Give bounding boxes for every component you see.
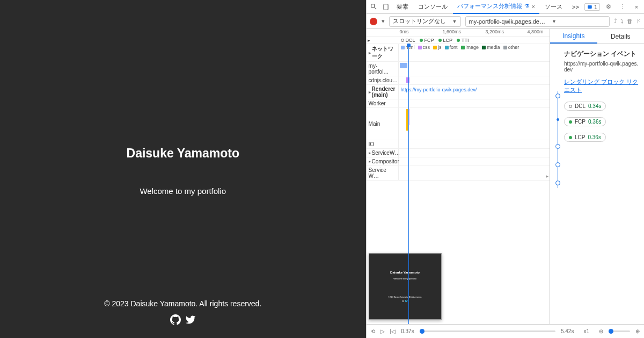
tab-details[interactable]: Details xyxy=(597,29,645,44)
tab-insights[interactable]: Insights xyxy=(550,29,597,44)
tab-elements[interactable]: 要素 xyxy=(392,0,413,14)
perf-toolbar: ▾ スロットリングなし ▼ my-portfolio-qwik.pages.de… xyxy=(367,14,644,29)
network-item[interactable]: my-portfol… xyxy=(367,62,399,76)
pill-time: 0.36s xyxy=(588,134,601,140)
close-icon[interactable]: × xyxy=(532,3,535,10)
zoom-level: x1 xyxy=(583,328,589,334)
fcp-dot-icon xyxy=(420,39,423,42)
timeline-circle-icon xyxy=(555,94,560,98)
ruler-tick: 1,600ms xyxy=(443,29,462,34)
legend-label: css xyxy=(423,45,430,50)
close-devtools-icon[interactable]: × xyxy=(631,2,642,12)
track-worker[interactable]: Worker xyxy=(367,99,399,107)
track-servicew2[interactable]: Service W… xyxy=(367,166,399,180)
playhead-grip-icon[interactable] xyxy=(407,44,411,47)
fcp-pill[interactable]: FCP 0.36s xyxy=(564,117,606,126)
insights-body: ナビゲーション イベント https://my-portfolio-qwik.p… xyxy=(550,44,644,154)
lcp-pill[interactable]: LCP 0.36s xyxy=(564,133,606,142)
svg-rect-0 xyxy=(371,4,374,7)
device-icon[interactable] xyxy=(380,2,391,12)
slider-thumb[interactable] xyxy=(609,329,613,334)
legend-css-icon xyxy=(418,46,422,49)
tab-console[interactable]: コンソール xyxy=(414,0,452,14)
track-io[interactable]: IO xyxy=(367,140,399,148)
expand-icon[interactable]: ▸ xyxy=(368,38,370,43)
perf-timeline[interactable]: 0ms 1,600ms 3,200ms 4,800m ▸ DCL FCP LCP… xyxy=(367,29,550,324)
record-button[interactable] xyxy=(370,18,377,25)
svg-rect-1 xyxy=(383,4,387,10)
tab-performance-insights[interactable]: パフォーマンス分析情報 ⚗ × xyxy=(453,0,539,14)
tab-sources[interactable]: ソース xyxy=(540,0,567,14)
dcl-pill[interactable]: DCL 0.34s xyxy=(564,102,606,111)
download-icon[interactable]: ⤵ xyxy=(620,18,624,25)
zoom-slider[interactable] xyxy=(609,330,630,332)
renderer-url[interactable]: https://my-portfolio-qwik.pages.dev/ xyxy=(401,87,477,92)
metric-dcl: DCL xyxy=(406,38,415,43)
track-main[interactable]: Main xyxy=(367,108,399,140)
devtools-tabbar: 要素 コンソール パフォーマンス分析情報 ⚗ × ソース >> 1 ⚙ ⋮ × xyxy=(367,0,644,14)
slider-thumb[interactable] xyxy=(420,329,425,334)
sidebar-collapse-icon[interactable]: ▸ xyxy=(546,173,548,179)
tab-label: パフォーマンス分析情報 xyxy=(457,2,522,10)
pill-label: LCP xyxy=(575,134,585,140)
kebab-icon[interactable]: ⋮ xyxy=(617,2,628,12)
task-bar[interactable] xyxy=(406,109,408,131)
track-label: ServiceW… xyxy=(372,150,400,156)
screenshot-preview: Daisuke Yamamoto Welcome to my portfolio… xyxy=(369,253,442,320)
skip-start-icon[interactable]: |◁ xyxy=(390,328,396,334)
domain-select[interactable]: my-portfolio-qwik.pages.de… ▼ xyxy=(465,16,610,27)
legend-label: font xyxy=(450,45,458,50)
page-subtitle: Welcome to my portfolio xyxy=(140,186,226,196)
preview-foot: © 2023 Daisuke Yamamoto. All rights rese… xyxy=(388,296,422,298)
track-servicew[interactable]: ▸ServiceW… xyxy=(367,149,399,157)
playhead[interactable] xyxy=(408,44,409,324)
request-bar[interactable] xyxy=(406,77,409,83)
expand-icon[interactable]: ▸ xyxy=(369,51,371,55)
throttling-value: スロットリングなし xyxy=(393,17,446,25)
twitter-icon[interactable] xyxy=(185,314,196,327)
help-icon[interactable]: ド xyxy=(636,18,641,25)
expand-icon[interactable]: ▸ xyxy=(369,150,371,155)
network-legend: html css js font image media other xyxy=(399,45,550,50)
track-label: ネットワーク xyxy=(372,45,396,60)
settings-icon[interactable]: ⚙ xyxy=(603,2,614,12)
experiment-icon: ⚗ xyxy=(524,3,530,10)
ruler-tick: 0ms xyxy=(400,29,409,34)
legend-other-icon xyxy=(503,46,507,49)
dropdown-icon[interactable]: ▾ xyxy=(382,18,385,25)
track-network[interactable]: ▸ネットワーク xyxy=(367,44,399,61)
expand-icon[interactable]: ▸ xyxy=(369,90,371,95)
nav-event-url: https://my-portfolio-qwik.pages.dev xyxy=(564,61,640,73)
track-renderer[interactable]: ▸Renderer (main) xyxy=(367,85,399,99)
track-compositor[interactable]: ▸Compositor xyxy=(367,157,399,166)
tracks-area[interactable]: ▸ネットワーク html css js font image media oth… xyxy=(367,44,550,324)
timeline-ruler[interactable]: 0ms 1,600ms 3,200ms 4,800m xyxy=(367,29,550,37)
warnings-count: 1 xyxy=(594,4,597,10)
request-bar[interactable] xyxy=(400,63,407,68)
render-block-link[interactable]: レンダリング ブロック リクエスト xyxy=(564,78,640,94)
time-start: 0.37s xyxy=(401,328,414,334)
dot-icon xyxy=(569,120,572,124)
svg-rect-2 xyxy=(588,5,592,9)
playback-slider[interactable] xyxy=(420,330,555,332)
track-label: Compositor xyxy=(372,159,399,164)
github-icon[interactable] xyxy=(170,314,181,327)
trash-icon[interactable]: 🗑 xyxy=(627,18,633,25)
domain-value: my-portfolio-qwik.pages.de… xyxy=(469,18,545,25)
network-item[interactable]: cdnjs.clou… xyxy=(367,76,399,84)
legend-label: other xyxy=(508,45,519,50)
zoom-out-icon[interactable]: ⊖ xyxy=(599,328,603,334)
track-label: Renderer (main) xyxy=(372,86,396,98)
warnings-badge[interactable]: 1 xyxy=(584,3,600,11)
expand-icon[interactable]: ▸ xyxy=(369,159,371,164)
throttling-select[interactable]: スロットリングなし ▼ xyxy=(389,16,461,27)
inspect-icon[interactable] xyxy=(369,2,379,12)
legend-js-icon xyxy=(433,46,437,49)
pill-label: DCL xyxy=(575,103,586,109)
upload-icon[interactable]: ⤴ xyxy=(614,18,617,25)
play-icon[interactable]: ▷ xyxy=(380,328,385,334)
replay-icon[interactable]: ⟲ xyxy=(371,328,375,334)
tab-more[interactable]: >> xyxy=(568,0,583,14)
zoom-in-icon[interactable]: ⊕ xyxy=(635,328,640,334)
dot-icon xyxy=(569,136,572,139)
